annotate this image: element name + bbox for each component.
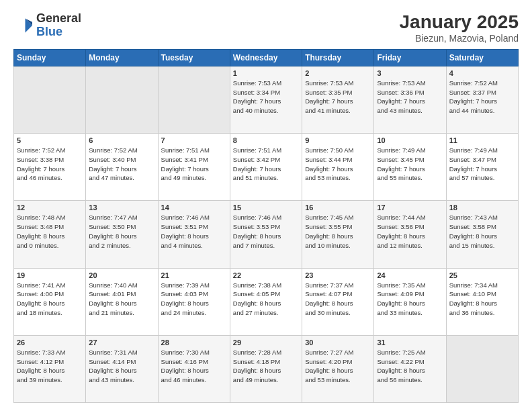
- calendar-cell: 3Sunrise: 7:53 AM Sunset: 3:36 PM Daylig…: [374, 66, 446, 133]
- day-number: 5: [17, 136, 83, 144]
- day-number: 27: [89, 338, 154, 347]
- day-header-wednesday: Wednesday: [230, 49, 302, 66]
- day-number: 8: [233, 136, 299, 144]
- day-number: 29: [233, 338, 299, 347]
- day-info: Sunrise: 7:51 AM Sunset: 3:41 PM Dayligh…: [161, 146, 227, 183]
- calendar-cell: [14, 66, 86, 133]
- svg-rect-3: [13, 16, 26, 35]
- calendar-cell: 28Sunrise: 7:30 AM Sunset: 4:16 PM Dayli…: [158, 335, 230, 402]
- day-number: 15: [233, 203, 299, 212]
- logo-icon: [13, 16, 32, 35]
- calendar-cell: 20Sunrise: 7:40 AM Sunset: 4:01 PM Dayli…: [86, 268, 158, 335]
- calendar-cell: 6Sunrise: 7:52 AM Sunset: 3:40 PM Daylig…: [86, 134, 158, 201]
- day-number: 13: [89, 203, 154, 212]
- calendar-cell: 8Sunrise: 7:51 AM Sunset: 3:42 PM Daylig…: [230, 134, 302, 201]
- calendar-cell: 13Sunrise: 7:47 AM Sunset: 3:50 PM Dayli…: [86, 201, 158, 268]
- calendar-cell: 9Sunrise: 7:50 AM Sunset: 3:44 PM Daylig…: [302, 134, 374, 201]
- day-info: Sunrise: 7:44 AM Sunset: 3:56 PM Dayligh…: [377, 213, 443, 250]
- calendar-cell: 25Sunrise: 7:34 AM Sunset: 4:10 PM Dayli…: [446, 268, 518, 335]
- calendar-cell: 2Sunrise: 7:53 AM Sunset: 3:35 PM Daylig…: [302, 66, 374, 133]
- day-info: Sunrise: 7:46 AM Sunset: 3:51 PM Dayligh…: [161, 213, 227, 250]
- calendar-cell: 17Sunrise: 7:44 AM Sunset: 3:56 PM Dayli…: [374, 201, 446, 268]
- calendar-cell: 31Sunrise: 7:25 AM Sunset: 4:22 PM Dayli…: [374, 335, 446, 402]
- day-number: 17: [377, 203, 443, 212]
- calendar-week-4: 19Sunrise: 7:41 AM Sunset: 4:00 PM Dayli…: [14, 268, 519, 335]
- calendar-cell: 30Sunrise: 7:27 AM Sunset: 4:20 PM Dayli…: [302, 335, 374, 402]
- calendar-cell: 16Sunrise: 7:45 AM Sunset: 3:55 PM Dayli…: [302, 201, 374, 268]
- calendar-cell: 7Sunrise: 7:51 AM Sunset: 3:41 PM Daylig…: [158, 134, 230, 201]
- day-number: 31: [377, 338, 443, 347]
- day-info: Sunrise: 7:41 AM Sunset: 4:00 PM Dayligh…: [17, 281, 83, 318]
- day-info: Sunrise: 7:31 AM Sunset: 4:14 PM Dayligh…: [89, 348, 154, 385]
- calendar-cell: 4Sunrise: 7:52 AM Sunset: 3:37 PM Daylig…: [446, 66, 518, 133]
- calendar-cell: 19Sunrise: 7:41 AM Sunset: 4:00 PM Dayli…: [14, 268, 86, 335]
- calendar-cell: 24Sunrise: 7:35 AM Sunset: 4:09 PM Dayli…: [374, 268, 446, 335]
- calendar-cell: 12Sunrise: 7:48 AM Sunset: 3:48 PM Dayli…: [14, 201, 86, 268]
- calendar-cell: 18Sunrise: 7:43 AM Sunset: 3:58 PM Dayli…: [446, 201, 518, 268]
- page: General Blue January 2025 Biezun, Mazovi…: [0, 0, 532, 411]
- day-number: 30: [305, 338, 371, 347]
- day-header-friday: Friday: [374, 49, 446, 66]
- day-info: Sunrise: 7:49 AM Sunset: 3:45 PM Dayligh…: [377, 146, 443, 183]
- calendar-week-1: 1Sunrise: 7:53 AM Sunset: 3:34 PM Daylig…: [14, 66, 519, 133]
- calendar-week-5: 26Sunrise: 7:33 AM Sunset: 4:12 PM Dayli…: [14, 335, 519, 402]
- calendar-cell: 22Sunrise: 7:38 AM Sunset: 4:05 PM Dayli…: [230, 268, 302, 335]
- day-header-tuesday: Tuesday: [158, 49, 230, 66]
- calendar-subtitle: Biezun, Mazovia, Poland: [400, 33, 519, 44]
- day-info: Sunrise: 7:34 AM Sunset: 4:10 PM Dayligh…: [449, 281, 515, 318]
- calendar-table: SundayMondayTuesdayWednesdayThursdayFrid…: [13, 49, 519, 403]
- day-info: Sunrise: 7:50 AM Sunset: 3:44 PM Dayligh…: [305, 146, 371, 183]
- calendar-title: January 2025: [400, 12, 519, 33]
- calendar-cell: 11Sunrise: 7:49 AM Sunset: 3:47 PM Dayli…: [446, 134, 518, 201]
- day-info: Sunrise: 7:47 AM Sunset: 3:50 PM Dayligh…: [89, 213, 154, 250]
- calendar-cell: 14Sunrise: 7:46 AM Sunset: 3:51 PM Dayli…: [158, 201, 230, 268]
- calendar-cell: 1Sunrise: 7:53 AM Sunset: 3:34 PM Daylig…: [230, 66, 302, 133]
- day-number: 14: [161, 203, 227, 212]
- day-info: Sunrise: 7:49 AM Sunset: 3:47 PM Dayligh…: [449, 146, 515, 183]
- calendar-cell: [446, 335, 518, 402]
- logo-general-text: General: [36, 11, 81, 25]
- day-info: Sunrise: 7:48 AM Sunset: 3:48 PM Dayligh…: [17, 213, 83, 250]
- day-info: Sunrise: 7:33 AM Sunset: 4:12 PM Dayligh…: [17, 348, 83, 385]
- day-info: Sunrise: 7:45 AM Sunset: 3:55 PM Dayligh…: [305, 213, 371, 250]
- calendar-cell: 23Sunrise: 7:37 AM Sunset: 4:07 PM Dayli…: [302, 268, 374, 335]
- day-number: 12: [17, 203, 83, 212]
- day-header-monday: Monday: [86, 49, 158, 66]
- calendar-cell: [86, 66, 158, 133]
- day-info: Sunrise: 7:52 AM Sunset: 3:38 PM Dayligh…: [17, 146, 83, 183]
- calendar-cell: 5Sunrise: 7:52 AM Sunset: 3:38 PM Daylig…: [14, 134, 86, 201]
- day-info: Sunrise: 7:52 AM Sunset: 3:40 PM Dayligh…: [89, 146, 154, 183]
- calendar-cell: 15Sunrise: 7:46 AM Sunset: 3:53 PM Dayli…: [230, 201, 302, 268]
- logo-text: General Blue: [36, 12, 81, 39]
- header: General Blue January 2025 Biezun, Mazovi…: [13, 12, 519, 44]
- day-info: Sunrise: 7:53 AM Sunset: 3:34 PM Dayligh…: [233, 79, 299, 116]
- day-info: Sunrise: 7:39 AM Sunset: 4:03 PM Dayligh…: [161, 281, 227, 318]
- calendar-cell: 26Sunrise: 7:33 AM Sunset: 4:12 PM Dayli…: [14, 335, 86, 402]
- day-number: 24: [377, 271, 443, 279]
- day-info: Sunrise: 7:43 AM Sunset: 3:58 PM Dayligh…: [449, 213, 515, 250]
- day-info: Sunrise: 7:37 AM Sunset: 4:07 PM Dayligh…: [305, 281, 371, 318]
- day-info: Sunrise: 7:27 AM Sunset: 4:20 PM Dayligh…: [305, 348, 371, 385]
- day-number: 20: [89, 271, 154, 279]
- day-header-sunday: Sunday: [14, 49, 86, 66]
- calendar-week-3: 12Sunrise: 7:48 AM Sunset: 3:48 PM Dayli…: [14, 201, 519, 268]
- day-number: 19: [17, 271, 83, 279]
- day-number: 2: [305, 69, 371, 77]
- day-info: Sunrise: 7:40 AM Sunset: 4:01 PM Dayligh…: [89, 281, 154, 318]
- day-info: Sunrise: 7:30 AM Sunset: 4:16 PM Dayligh…: [161, 348, 227, 385]
- day-info: Sunrise: 7:52 AM Sunset: 3:37 PM Dayligh…: [449, 79, 515, 116]
- logo-blue-text: Blue: [36, 25, 62, 38]
- day-number: 4: [449, 69, 515, 77]
- day-number: 26: [17, 338, 83, 347]
- logo: General Blue: [13, 12, 81, 39]
- calendar-cell: [158, 66, 230, 133]
- day-info: Sunrise: 7:46 AM Sunset: 3:53 PM Dayligh…: [233, 213, 299, 250]
- day-number: 3: [377, 69, 443, 77]
- day-header-saturday: Saturday: [446, 49, 518, 66]
- day-info: Sunrise: 7:25 AM Sunset: 4:22 PM Dayligh…: [377, 348, 443, 385]
- day-number: 1: [233, 69, 299, 77]
- day-number: 10: [377, 136, 443, 144]
- day-number: 6: [89, 136, 154, 144]
- day-info: Sunrise: 7:53 AM Sunset: 3:35 PM Dayligh…: [305, 79, 371, 116]
- title-block: January 2025 Biezun, Mazovia, Poland: [400, 12, 519, 44]
